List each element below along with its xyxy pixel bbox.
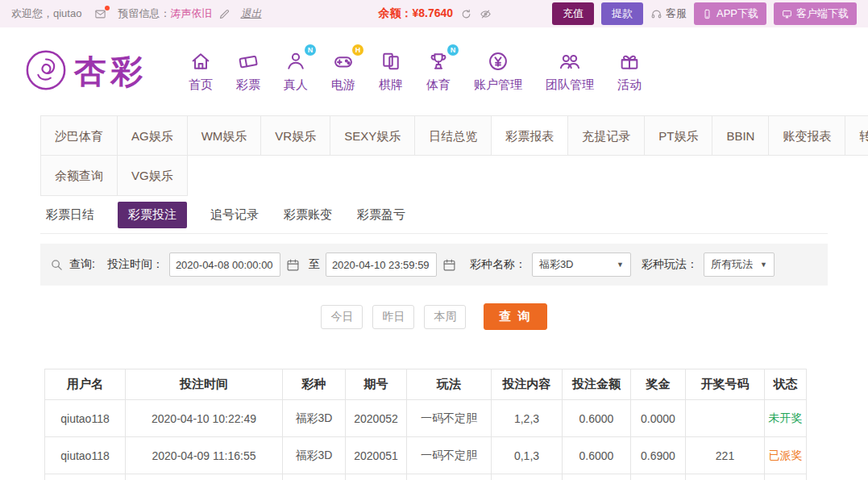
cell-draw-number	[686, 400, 765, 437]
nav-item-lottery[interactable]: 彩票	[236, 50, 260, 93]
balance-text: 余额：¥8.7640	[378, 6, 453, 21]
refresh-icon[interactable]	[460, 8, 472, 20]
tab-wm[interactable]: WM娱乐	[188, 115, 262, 156]
cell-bet-time: 2020-04-09 11:16:55	[126, 437, 283, 474]
col-status: 状态	[765, 369, 807, 400]
home-icon	[189, 50, 212, 73]
app-download-button[interactable]: APP下载	[694, 2, 766, 25]
query-label: 查询:	[69, 257, 95, 272]
nav-item-activity[interactable]: 活动	[617, 50, 642, 93]
tab-saba-sports[interactable]: 沙巴体育	[40, 115, 118, 156]
nav-item-egames[interactable]: H 电游	[331, 50, 355, 93]
quick-buttons-row: 今日 昨日 本周 查 询	[40, 303, 828, 330]
col-issue: 期号	[346, 369, 407, 400]
chevron-down-icon: ▼	[617, 261, 624, 269]
tab-bbin[interactable]: BBIN	[712, 115, 769, 156]
customer-service-button[interactable]: 客服	[650, 6, 687, 21]
tab-vr[interactable]: VR娱乐	[261, 115, 330, 156]
subtab-lottery-profit[interactable]: 彩票盈亏	[355, 202, 407, 228]
mail-notification-dot	[105, 6, 110, 10]
to-label: 至	[309, 257, 320, 272]
tab-pt[interactable]: PT娱乐	[645, 115, 712, 156]
site-logo[interactable]: 杏彩	[24, 48, 147, 95]
table-row: qiutao118 2020-04-10 10:22:49 福彩3D 20200…	[45, 400, 807, 437]
subtab-lottery-bets[interactable]: 彩票投注	[118, 202, 187, 228]
tab-account-change-report[interactable]: 账变报表	[769, 115, 845, 156]
yesterday-button[interactable]: 昨日	[372, 305, 414, 329]
cell-amount: 0.6000	[563, 400, 631, 437]
deposit-button[interactable]: 充值	[552, 2, 594, 25]
end-time-input[interactable]	[326, 253, 437, 277]
edit-icon[interactable]	[218, 8, 230, 20]
tab-balance-query[interactable]: 余额查询	[40, 156, 118, 196]
status-badge: 已派奖	[765, 437, 807, 474]
logout-link[interactable]: 退出	[240, 6, 261, 21]
cell-lottery: 福彩3D	[283, 400, 346, 437]
subtab-lottery-daily[interactable]: 彩票日结	[44, 202, 96, 228]
nav-item-chess[interactable]: 棋牌	[379, 50, 403, 93]
headset-icon	[650, 8, 662, 20]
table-header-row: 用户名 投注时间 彩种 期号 玩法 投注内容 投注金额 奖金 开奖号码 状态	[45, 369, 807, 400]
nav-item-live[interactable]: N 真人	[284, 50, 308, 93]
table-row-partial	[45, 474, 807, 480]
lottery-name-select[interactable]: 福彩3D ▼	[532, 253, 631, 277]
phone-icon	[702, 9, 712, 19]
bet-time-label: 投注时间：	[107, 257, 164, 272]
this-week-button[interactable]: 本周	[424, 305, 466, 329]
ticket-icon	[237, 50, 260, 73]
search-button[interactable]: 查 询	[484, 303, 546, 330]
nav-item-home[interactable]: 首页	[189, 50, 213, 93]
col-lottery: 彩种	[283, 369, 346, 400]
col-draw-number: 开奖号码	[686, 369, 765, 400]
main-content: 沙巴体育 AG娱乐 WM娱乐 VR娱乐 SEXY娱乐 日结总览 彩票报表 充提记…	[0, 115, 868, 480]
live-person-icon: N	[284, 50, 307, 73]
welcome-text: 欢迎您，qiutao	[11, 6, 81, 21]
cell-prize: 0.0000	[631, 400, 686, 437]
col-prize: 奖金	[631, 369, 686, 400]
main-nav: 首页 彩票 N 真人 H 电游	[189, 50, 642, 93]
report-tabs-row-2: 余额查询 VG娱乐	[40, 156, 828, 196]
calendar-icon-end[interactable]	[442, 258, 456, 272]
withdraw-button[interactable]: 提款	[601, 2, 643, 25]
report-tabs-row-1: 沙巴体育 AG娱乐 WM娱乐 VR娱乐 SEXY娱乐 日结总览 彩票报表 充提记…	[40, 115, 828, 156]
tab-transfer-report[interactable]: 转账报表	[845, 115, 868, 156]
nav-item-account-management[interactable]: 账户管理	[474, 50, 522, 93]
topbar: 欢迎您，qiutao 预留信息： 涛声依旧 退出 余额：¥8.7640 充值 提…	[0, 0, 868, 27]
lottery-subtabs: 彩票日结 彩票投注 追号记录 彩票账变 彩票盈亏	[40, 196, 828, 233]
tab-sexy[interactable]: SEXY娱乐	[330, 115, 415, 156]
client-download-button[interactable]: 客户端下载	[774, 2, 857, 25]
nav-item-sports[interactable]: N 体育	[426, 50, 451, 93]
play-type-select[interactable]: 所有玩法 ▼	[704, 253, 775, 277]
tab-daily-summary[interactable]: 日结总览	[415, 115, 492, 156]
lottery-name-label: 彩种名称：	[470, 257, 526, 272]
nav-item-team-management[interactable]: 团队管理	[546, 50, 594, 93]
col-bet-time: 投注时间	[126, 369, 283, 400]
subtab-chase-records[interactable]: 追号记录	[209, 202, 260, 228]
subtabs-wrap: 彩票日结 彩票投注 追号记录 彩票账变 彩票盈亏	[40, 196, 828, 234]
site-header: 杏彩 首页 彩票 N 真人 H	[0, 27, 868, 115]
tab-vg[interactable]: VG娱乐	[118, 156, 188, 196]
reserved-info-value: 涛声依旧	[170, 6, 212, 21]
tab-ag[interactable]: AG娱乐	[118, 115, 188, 156]
cell-issue: 2020051	[346, 437, 407, 474]
reserved-info-label: 预留信息：	[118, 6, 170, 21]
cell-bet-time: 2020-04-10 10:22:49	[126, 400, 283, 437]
team-icon	[559, 50, 581, 73]
cell-content: 1,2,3	[492, 400, 563, 437]
today-button[interactable]: 今日	[321, 305, 363, 329]
cards-icon	[380, 50, 402, 73]
col-content: 投注内容	[492, 369, 563, 400]
tab-lottery-report[interactable]: 彩票报表	[492, 115, 568, 156]
mail-icon[interactable]	[94, 8, 106, 20]
play-type-label: 彩种玩法：	[642, 257, 698, 272]
start-time-input[interactable]	[169, 253, 280, 277]
cell-lottery: 福彩3D	[283, 437, 346, 474]
eye-off-icon[interactable]	[480, 8, 492, 20]
cell-draw-number: 221	[686, 437, 765, 474]
logo-icon	[24, 48, 68, 95]
account-icon	[487, 50, 509, 73]
cell-play: 一码不定胆	[407, 437, 492, 474]
calendar-icon-start[interactable]	[286, 258, 300, 272]
tab-deposit-withdraw-records[interactable]: 充提记录	[568, 115, 645, 156]
subtab-lottery-account-change[interactable]: 彩票账变	[282, 202, 334, 228]
